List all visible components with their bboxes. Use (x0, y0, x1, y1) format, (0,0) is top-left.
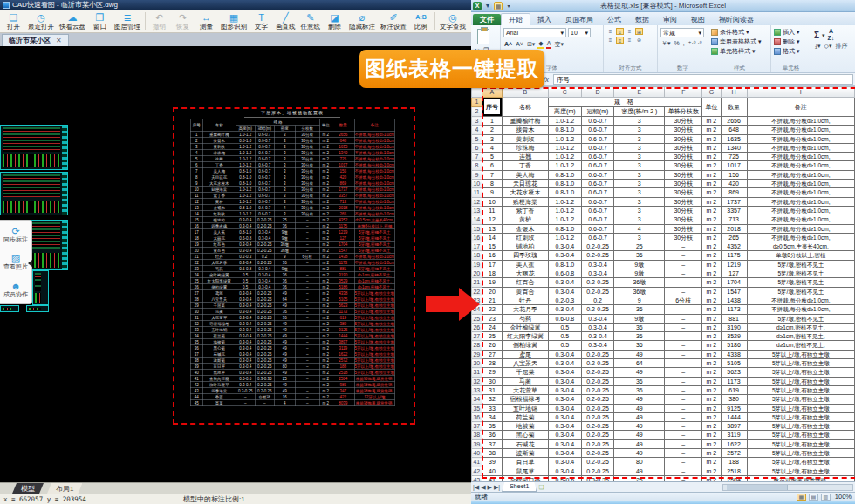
excel-cell[interactable]: 0.8-1.0 (548, 180, 581, 188)
excel-cell[interactable]: 3 (614, 197, 665, 206)
excel-cell[interactable]: 5105 (721, 359, 747, 368)
row-header-2[interactable]: 2 (472, 107, 482, 117)
excel-cell[interactable]: m 2 (702, 188, 721, 197)
excel-cell[interactable]: 49 (614, 412, 665, 421)
toolbar-recent-button[interactable]: ◷最近打开 (25, 10, 57, 31)
delete-cells-button[interactable]: 删除▾ (774, 37, 808, 46)
excel-cell[interactable]: 0.6-0.8 (548, 269, 581, 278)
row-header-12[interactable]: 12 (472, 197, 482, 206)
excel-cell[interactable]: 5芽以上/墩,有独立主墩 (747, 431, 854, 439)
excel-cell[interactable]: – (665, 385, 702, 394)
worksheet-area[interactable]: ABCDEFGHI1序号名称规 格单位数量备注2高度(m)冠幅(m)密度(株/m… (471, 86, 855, 481)
borders-icon[interactable]: ⊞▾ (526, 40, 536, 48)
excel-cell[interactable]: 5186 (721, 341, 747, 350)
toolbar-text-search-button[interactable]: ◎文字查找 (437, 10, 469, 31)
excel-cell[interactable]: 0.2-0.25 (581, 439, 613, 448)
format-as-table-button[interactable]: 套用表格格式▾ (711, 37, 768, 46)
excel-cell[interactable]: 0.3-0.4 (548, 287, 581, 296)
excel-cell[interactable]: 725 (721, 153, 747, 161)
excel-cell[interactable]: 156 (721, 170, 747, 179)
excel-cell[interactable]: 不拼栽,每分枝d≥1.0cm, (747, 188, 854, 197)
excel-cell[interactable]: 8 (482, 180, 502, 188)
row-header-10[interactable]: 10 (472, 180, 482, 188)
excel-cell[interactable]: 5芽/墩,密植不见土 (747, 278, 854, 287)
excel-cell[interactable]: 0.2-0.3 (548, 296, 581, 304)
row-header-21[interactable]: 21 (472, 278, 482, 287)
excel-cell[interactable]: 17 (482, 260, 502, 269)
excel-cell[interactable]: 127 (721, 269, 747, 278)
excel-cell[interactable]: 1622 (721, 439, 747, 448)
excel-cell[interactable]: 0.6-0.7 (581, 215, 613, 224)
excel-cell[interactable]: m 2 (702, 404, 721, 412)
excel-cell[interactable]: m 2 (702, 224, 721, 233)
excel-cell[interactable]: m 2 (702, 385, 721, 394)
panel-people-button[interactable]: ☻成员协作 (3, 281, 28, 298)
row-header-13[interactable]: 13 (472, 206, 482, 215)
next-sheet-icon[interactable]: ▶ (488, 484, 492, 491)
comma-style-icon[interactable]: , (682, 39, 686, 47)
excel-cell[interactable]: 0.8-1.0 (548, 126, 581, 134)
excel-cell[interactable]: 3 (614, 180, 665, 188)
excel-cell[interactable]: 15 (482, 242, 502, 251)
excel-cell[interactable]: 30分枝 (665, 153, 702, 161)
excel-cell[interactable]: 规 格 (548, 98, 701, 107)
excel-cell[interactable]: 荷兰菊 (503, 412, 549, 421)
excel-cell[interactable]: 49 (614, 395, 665, 404)
excel-cell[interactable]: – (665, 439, 702, 448)
excel-cell[interactable]: m 2 (702, 448, 721, 457)
excel-cell[interactable]: 1704 (721, 278, 747, 287)
excel-cell[interactable]: 1.0-1.2 (548, 143, 581, 152)
excel-cell[interactable]: m 2 (702, 251, 721, 260)
excel-cell[interactable]: 0.6-0.7 (581, 233, 613, 242)
excel-cell[interactable]: 3119 (721, 431, 747, 439)
excel-cell[interactable]: 马蔺 (503, 377, 549, 385)
shrink-font-icon[interactable]: A˅ (515, 40, 524, 48)
excel-cell[interactable]: 金叶榆绿篱 (503, 323, 549, 331)
row-header-17[interactable]: 17 (472, 242, 482, 251)
excel-cell[interactable]: 0.3-0.4 (548, 422, 581, 431)
sheet-tab-sheet1[interactable]: Sheet1 (502, 482, 537, 492)
row-header-30[interactable]: 30 (472, 359, 482, 368)
percent-style-icon[interactable]: % (674, 39, 681, 47)
toolbar-cloud-button[interactable]: ☁快看云盘 (57, 10, 88, 31)
excel-cell[interactable]: 25 (614, 475, 665, 481)
excel-cell[interactable]: 美人梅 (503, 170, 549, 179)
excel-cell[interactable]: 3529 (721, 332, 747, 341)
excel-cell[interactable]: 49 (614, 431, 665, 439)
excel-cell[interactable]: 1.0-1.2 (548, 117, 581, 126)
excel-cell[interactable]: – (665, 359, 702, 368)
excel-cell[interactable]: 49 (614, 404, 665, 412)
excel-cell[interactable]: m 2 (702, 412, 721, 421)
excel-cell[interactable]: 0.2-0.25 (581, 251, 613, 260)
drawing-thumbnail-4[interactable] (32, 270, 49, 305)
col-header-F[interactable]: F (665, 87, 702, 98)
align-center-icon[interactable]: ≡ (616, 37, 624, 44)
excel-cell[interactable]: – (665, 458, 702, 467)
insert-cells-button[interactable]: 插入▾ (774, 27, 808, 37)
excel-cell[interactable]: 不拼栽,每分枝d≥1.0cm, (747, 215, 854, 224)
excel-cell[interactable]: 3 (614, 134, 665, 143)
excel-cell[interactable]: 紫丁香 (503, 206, 549, 215)
cad-table-drawing[interactable]: 下层灌木、地被植物配置表 序号名称规 格单位数量备注高度(m)冠幅(m)密度分枝… (190, 110, 394, 406)
toolbar-text-button[interactable]: T文字 (250, 10, 273, 31)
horizontal-scrollbar[interactable] (722, 484, 853, 491)
excel-cell[interactable]: 八宝景天 (503, 359, 549, 368)
excel-cell[interactable]: – (665, 431, 702, 439)
row-header-20[interactable]: 20 (472, 269, 482, 278)
excel-cell[interactable]: 30分枝 (665, 134, 702, 143)
excel-cell[interactable]: 贴梗海棠 (503, 197, 549, 206)
excel-cell[interactable]: 0.6-0.7 (581, 180, 613, 188)
excel-cell[interactable]: 713 (721, 215, 747, 224)
excel-cell[interactable]: 6 (482, 161, 502, 170)
normal-view-icon[interactable]: ▦ (797, 494, 806, 501)
tab-model[interactable]: 模型 (12, 483, 44, 494)
excel-cell[interactable]: 0.3-0.4 (548, 251, 581, 260)
merge-center-icon[interactable]: ⊞ (635, 28, 643, 35)
excel-cell[interactable]: 0.6-0.7 (581, 161, 613, 170)
excel-cell[interactable]: 0.2-0.25 (581, 278, 613, 287)
excel-cell[interactable]: 名称 (503, 98, 549, 117)
excel-cell[interactable]: 0.2-0.25 (581, 350, 613, 358)
excel-cell[interactable]: 单位 (702, 98, 721, 117)
excel-cell[interactable]: 30分枝 (665, 117, 702, 126)
excel-cell[interactable]: m 2 (702, 341, 721, 350)
